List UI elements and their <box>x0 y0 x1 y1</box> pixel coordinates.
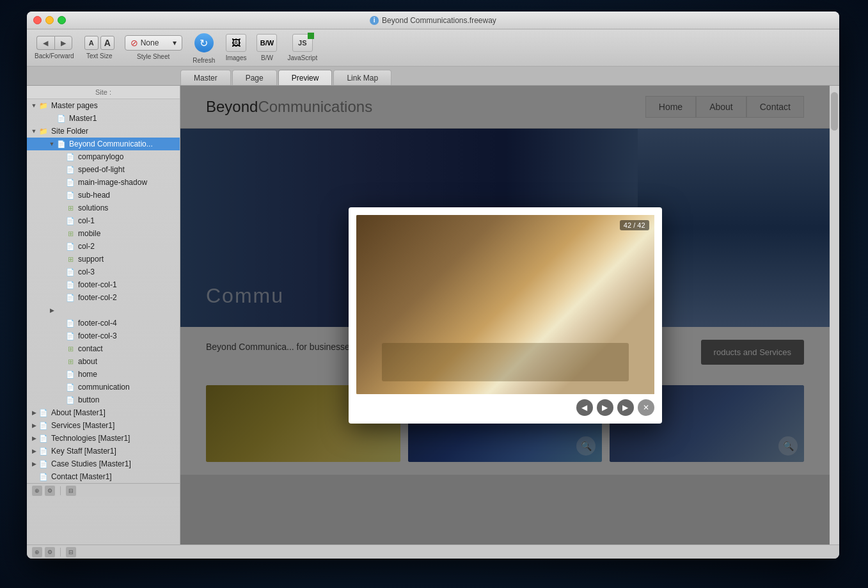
tab-preview[interactable]: Preview <box>278 70 333 85</box>
page-icon: 📄 <box>65 280 75 290</box>
svg-rect-15 <box>382 347 529 353</box>
page-multi-icon: ⊞ <box>65 203 75 213</box>
sidebar-item-contact-master1[interactable]: 📄 Contact [Master1] <box>27 470 180 483</box>
sidebar-item-col-2[interactable]: 📄 col-2 <box>27 240 180 253</box>
sidebar-settings-button[interactable]: ⚙ <box>45 486 55 496</box>
bottom-settings-button[interactable]: ⚙ <box>45 547 55 557</box>
refresh-group[interactable]: ↻ Refresh <box>193 31 216 64</box>
lightbox-overlay[interactable]: 42 / 42 ◀ ▶ ▶ ✕ <box>180 86 830 544</box>
page-icon: 📄 <box>38 472 49 482</box>
text-size-buttons[interactable]: A A <box>84 36 114 50</box>
sidebar-item-footer-col-1[interactable]: 📄 footer-col-1 <box>27 278 180 291</box>
sidebar-item-beyond-comm[interactable]: 📄 Beyond Communicatio... <box>27 138 180 150</box>
sidebar-item-master-pages[interactable]: 📁 Master pages <box>27 99 180 112</box>
back-button[interactable]: ◀ <box>36 36 54 50</box>
text-size-large-button[interactable]: A <box>100 36 114 50</box>
page-icon: 📄 <box>65 318 75 328</box>
sidebar-item-col-1[interactable]: 📄 col-1 <box>27 214 180 227</box>
svg-rect-11 <box>545 325 590 328</box>
sidebar-item-speed-of-light[interactable]: 📄 speed-of-light <box>27 163 180 176</box>
sidebar-collapse-button[interactable]: ⊟ <box>66 486 76 496</box>
sidebar-item-home[interactable]: 📄 home <box>27 368 180 381</box>
scrollbar-thumb[interactable] <box>831 92 838 131</box>
sidebar-item-technologies-master1[interactable]: 📄 Technologies [Master1] <box>27 432 180 445</box>
sidebar-item-master1[interactable]: 📄 Master1 <box>27 112 180 125</box>
page-icon: 📄 <box>65 369 75 379</box>
tab-bar: Master Page Preview Link Map <box>27 67 839 86</box>
sidebar-item-footer-col-2[interactable]: 📄 footer-col-2 <box>27 291 180 304</box>
bw-group[interactable]: B/W B/W <box>256 34 277 61</box>
refresh-button[interactable]: ↻ <box>193 31 216 54</box>
sidebar-item-communication[interactable]: 📄 communication <box>27 381 180 393</box>
maximize-button[interactable] <box>58 16 66 24</box>
images-group[interactable]: 🖼 Images <box>226 34 247 61</box>
svg-rect-9 <box>511 225 634 311</box>
sidebar-item-solutions[interactable]: ⊞ solutions <box>27 202 180 214</box>
lightbox: 42 / 42 ◀ ▶ ▶ ✕ <box>349 207 662 424</box>
sidebar-item-sub-head[interactable]: 📄 sub-head <box>27 189 180 202</box>
images-label: Images <box>226 54 247 61</box>
separator <box>60 486 61 495</box>
bottom-add-button[interactable]: ⊕ <box>32 547 42 557</box>
tab-page[interactable]: Page <box>232 70 277 85</box>
sidebar-item-services-master1[interactable]: 📄 Services [Master1] <box>27 419 180 432</box>
scrollbar-track[interactable] <box>830 86 839 544</box>
sidebar-item-contact[interactable]: ⊞ contact <box>27 342 180 355</box>
sidebar-item-companylogo[interactable]: 📄 companylogo <box>27 150 180 163</box>
sidebar-item-site-folder[interactable]: 📁 Site Folder <box>27 125 180 138</box>
minimize-button[interactable] <box>45 16 54 24</box>
sidebar-item-about[interactable]: ⊞ about <box>27 355 180 368</box>
forward-button[interactable]: ▶ <box>54 36 72 50</box>
svg-rect-3 <box>356 215 484 253</box>
sidebar-item-about-master1[interactable]: 📄 About [Master1] <box>27 406 180 419</box>
svg-rect-6 <box>411 305 430 317</box>
js-group[interactable]: JS JavaScript <box>287 34 317 61</box>
bottom-collapse-button[interactable]: ⊟ <box>66 547 76 557</box>
sidebar-item-button[interactable]: 📄 button <box>27 393 180 406</box>
sidebar-item-footer-col-4[interactable]: 📄 footer-col-4 <box>27 317 180 330</box>
titlebar: i Beyond Communications.freeway <box>27 12 839 29</box>
nav-buttons[interactable]: ◀ ▶ <box>36 36 72 50</box>
tab-link-map[interactable]: Link Map <box>333 70 391 85</box>
js-label: JavaScript <box>287 54 317 61</box>
page-icon: 📄 <box>65 331 75 341</box>
lightbox-prev-button[interactable]: ◀ <box>576 399 593 416</box>
sidebar-item-casestudies-master1[interactable]: 📄 Case Studies [Master1] <box>27 457 180 470</box>
svg-rect-7 <box>398 316 443 320</box>
sidebar-item-footer-col-3[interactable]: 📄 footer-col-3 <box>27 330 180 342</box>
page-icon: 📄 <box>65 190 75 200</box>
lightbox-play-button[interactable]: ▶ <box>597 399 613 416</box>
lightbox-close-button[interactable]: ✕ <box>638 399 654 416</box>
svg-rect-12 <box>375 333 535 378</box>
page-icon: 📄 <box>56 113 67 123</box>
tree-arrow <box>29 447 38 456</box>
bw-button[interactable]: B/W <box>256 34 277 52</box>
tab-master[interactable]: Master <box>180 70 231 85</box>
traffic-lights <box>33 16 66 24</box>
page-icon: 📄 <box>38 433 49 443</box>
text-size-small-button[interactable]: A <box>84 36 99 50</box>
lightbox-next-button[interactable]: ▶ <box>617 399 634 416</box>
dropdown-arrow: ▾ <box>173 38 177 47</box>
sidebar-item-keystuff-master1[interactable]: 📄 Key Staff [Master1] <box>27 445 180 457</box>
text-size-group: A A Text Size <box>84 36 114 60</box>
svg-rect-0 <box>356 215 654 394</box>
js-button[interactable]: JS <box>292 34 313 52</box>
page-icon: 📄 <box>65 241 75 251</box>
close-button[interactable] <box>33 16 42 24</box>
page-icon: 📄 <box>65 177 75 187</box>
images-button[interactable]: 🖼 <box>226 34 246 52</box>
tree-arrow <box>29 459 38 468</box>
svg-point-22 <box>561 305 638 343</box>
svg-point-20 <box>566 340 594 372</box>
svg-rect-16 <box>382 355 529 360</box>
stylesheet-select[interactable]: ⊘ None ▾ <box>125 35 182 51</box>
sidebar-item-footer-spacer[interactable] <box>27 304 180 317</box>
sidebar-item-main-image-shadow[interactable]: 📄 main-image-shadow <box>27 176 180 189</box>
sidebar-item-mobile[interactable]: ⊞ mobile <box>27 227 180 240</box>
separator <box>60 548 61 557</box>
sidebar-item-support[interactable]: ⊞ support <box>27 253 180 266</box>
sidebar-header: Site : <box>27 86 180 99</box>
sidebar-add-button[interactable]: ⊕ <box>32 486 42 496</box>
sidebar-item-col-3[interactable]: 📄 col-3 <box>27 266 180 278</box>
